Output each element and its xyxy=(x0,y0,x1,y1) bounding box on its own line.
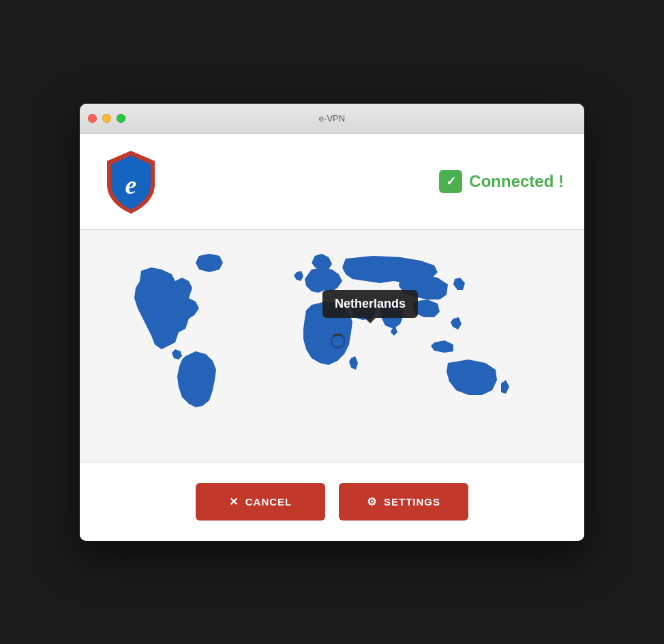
cancel-button[interactable]: ✕ CANCEL xyxy=(196,483,325,521)
settings-label: SETTINGS xyxy=(384,496,440,508)
svg-text:e: e xyxy=(125,171,137,199)
app-header: e ✓ Connected ! xyxy=(80,134,584,230)
window-controls xyxy=(88,114,125,123)
check-icon: ✓ xyxy=(446,174,456,189)
maximize-button[interactable] xyxy=(117,114,125,123)
country-tooltip: Netherlands xyxy=(322,290,418,318)
cancel-icon: ✕ xyxy=(229,495,239,508)
map-container: Netherlands xyxy=(121,244,543,448)
status-badge: ✓ xyxy=(439,170,462,193)
cancel-label: CANCEL xyxy=(245,496,292,508)
app-window: e-VPN e ✓ Connected ! Neth xyxy=(80,104,584,541)
minimize-button[interactable] xyxy=(102,114,111,123)
map-section: Netherlands xyxy=(80,230,584,463)
title-bar: e-VPN xyxy=(80,104,584,134)
app-logo: e xyxy=(100,147,162,216)
window-title: e-VPN xyxy=(319,113,345,123)
loading-spinner xyxy=(331,334,346,349)
gear-icon: ⚙ xyxy=(367,495,377,508)
connection-status: ✓ Connected ! xyxy=(439,170,564,193)
settings-button[interactable]: ⚙ SETTINGS xyxy=(339,483,468,521)
tooltip-text: Netherlands xyxy=(335,297,406,310)
close-button[interactable] xyxy=(88,114,97,123)
status-text: Connected ! xyxy=(469,172,564,191)
button-row: ✕ CANCEL ⚙ SETTINGS xyxy=(80,463,584,541)
